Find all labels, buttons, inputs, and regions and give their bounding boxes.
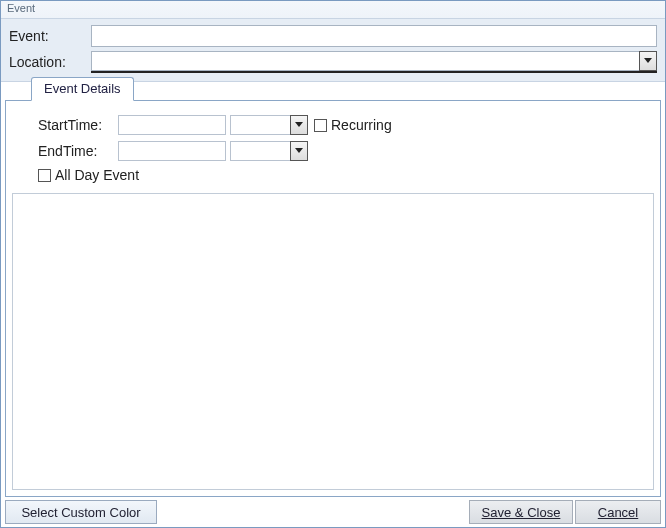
svg-marker-2 xyxy=(295,148,303,153)
cancel-label: Cancel xyxy=(598,505,638,520)
end-time-input[interactable] xyxy=(230,141,290,161)
select-custom-color-label: Select Custom Color xyxy=(21,505,140,520)
tab-event-details-label: Event Details xyxy=(44,81,121,96)
location-input[interactable] xyxy=(91,51,639,71)
save-and-close-label: Save & Close xyxy=(482,505,561,520)
chevron-down-icon xyxy=(295,122,303,128)
event-dialog: Event Event: Location: Event Details Sta… xyxy=(0,0,666,528)
location-dropdown-button[interactable] xyxy=(639,51,657,71)
footer-bar: Select Custom Color Save & Close Cancel xyxy=(5,500,661,524)
end-time-dropdown-button[interactable] xyxy=(290,141,308,161)
window-title: Event xyxy=(7,2,35,14)
start-date-input[interactable] xyxy=(118,115,226,135)
tabs-region: Event Details StartTime: Recurring EndTi… xyxy=(5,77,661,497)
location-label: Location: xyxy=(9,54,91,70)
chevron-down-icon xyxy=(295,148,303,154)
save-and-close-button[interactable]: Save & Close xyxy=(469,500,573,524)
svg-marker-1 xyxy=(295,122,303,127)
end-time-label: EndTime: xyxy=(22,143,118,159)
start-time-label: StartTime: xyxy=(22,117,118,133)
footer-spacer xyxy=(157,500,469,524)
recurring-label: Recurring xyxy=(331,117,392,133)
recurring-checkbox[interactable] xyxy=(314,119,327,132)
select-custom-color-button[interactable]: Select Custom Color xyxy=(5,500,157,524)
cancel-button[interactable]: Cancel xyxy=(575,500,661,524)
tab-page-details: StartTime: Recurring EndTime: xyxy=(5,100,661,497)
start-time-dropdown-button[interactable] xyxy=(290,115,308,135)
header-panel: Event: Location: xyxy=(1,19,665,82)
start-time-input[interactable] xyxy=(230,115,290,135)
allday-checkbox[interactable] xyxy=(38,169,51,182)
end-time-combo[interactable] xyxy=(230,141,308,161)
svg-marker-0 xyxy=(644,58,652,63)
end-date-input[interactable] xyxy=(118,141,226,161)
window-titlebar: Event xyxy=(1,1,665,19)
event-input[interactable] xyxy=(91,25,657,47)
event-label: Event: xyxy=(9,28,91,44)
start-time-combo[interactable] xyxy=(230,115,308,135)
notes-textarea[interactable] xyxy=(12,193,654,490)
chevron-down-icon xyxy=(644,58,652,64)
tab-strip: Event Details xyxy=(5,77,661,101)
tab-event-details[interactable]: Event Details xyxy=(31,77,134,101)
allday-label: All Day Event xyxy=(55,167,139,183)
location-combo[interactable] xyxy=(91,51,657,73)
